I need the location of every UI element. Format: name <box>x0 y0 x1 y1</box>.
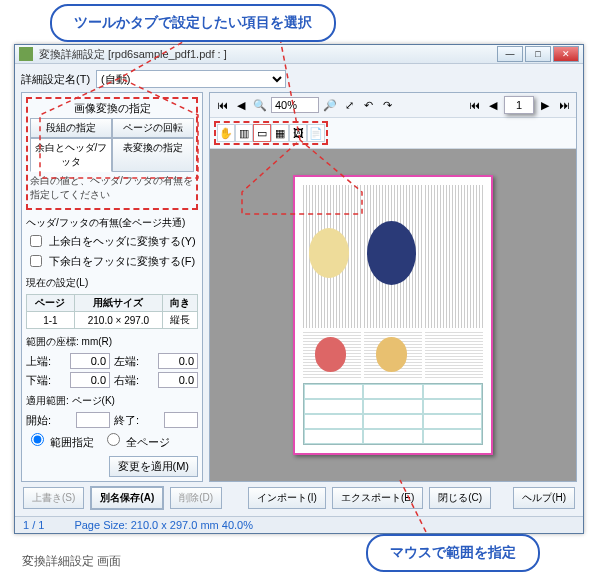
page-field[interactable] <box>504 96 534 114</box>
input-bottom[interactable] <box>70 372 110 388</box>
callout-bottom: マウスで範囲を指定 <box>366 534 540 572</box>
coord-label: 範囲の座標: mm(R) <box>26 335 198 349</box>
radio-all[interactable]: 全ページ <box>102 430 170 450</box>
hand-tool-icon[interactable]: ✋ <box>217 124 235 142</box>
lbl-top: 上端: <box>26 354 66 369</box>
lbl-bottom: 下端: <box>26 373 66 388</box>
preview-toolbar: ⏮ ◀ 🔍 🔎 ⤢ ↶ ↷ ⏮ ◀ ▶ ⏭ <box>210 93 576 118</box>
input-right[interactable] <box>158 372 198 388</box>
page-first-icon[interactable]: ⏮ <box>466 97 482 113</box>
page-prev-icon[interactable]: ◀ <box>485 97 501 113</box>
input-end[interactable] <box>164 412 198 428</box>
preview-table <box>303 383 483 445</box>
maximize-button[interactable]: □ <box>525 46 551 62</box>
select-tool-icon[interactable]: ▭ <box>253 124 271 142</box>
minimize-button[interactable]: — <box>497 46 523 62</box>
tab-rotation[interactable]: ページの回転 <box>112 118 194 138</box>
setting-name-select[interactable]: (自動) <box>96 70 286 88</box>
lbl-left: 左端: <box>114 354 154 369</box>
column-tool-icon[interactable]: ▥ <box>235 124 253 142</box>
input-left[interactable] <box>158 353 198 369</box>
app-icon <box>19 47 33 61</box>
radio-range[interactable]: 範囲指定 <box>26 430 94 450</box>
tab-margins[interactable]: 余白とヘッダ/フッタ <box>30 138 112 172</box>
nav-first-icon[interactable]: ⏮ <box>214 97 230 113</box>
tab-columns[interactable]: 段組の指定 <box>30 118 112 138</box>
hf-section-label: ヘッダ/フッタの有無(全ページ共通) <box>26 216 198 230</box>
page-next-icon[interactable]: ▶ <box>537 97 553 113</box>
status-pages: 1 / 1 <box>23 519 44 531</box>
tabs-group: 画像変換の指定 段組の指定 ページの回転 余白とヘッダ/フッタ 表変換の指定 余… <box>26 97 198 210</box>
close-dialog-button[interactable]: 閉じる(C) <box>429 487 491 509</box>
setting-name-label: 詳細設定名(T) <box>21 72 90 87</box>
input-start[interactable] <box>76 412 110 428</box>
zoom-in-icon[interactable]: 🔎 <box>322 97 338 113</box>
close-button[interactable]: ✕ <box>553 46 579 62</box>
lbl-end: 終了: <box>114 413 160 428</box>
titlebar: 変換詳細設定 [rpd6sample_pdf1.pdf : ] — □ ✕ <box>15 45 583 64</box>
saveas-button[interactable]: 別名保存(A) <box>90 486 164 510</box>
apply-changes-button[interactable]: 変更を適用(M) <box>109 456 199 477</box>
help-button[interactable]: ヘルプ(H) <box>513 487 575 509</box>
tab-note: 余白の値と、ヘッダ/フッタの有無を指定してください <box>30 174 194 202</box>
status-bar: 1 / 1 Page Size: 210.0 x 297.0 mm 40.0% <box>15 516 583 533</box>
delete-button[interactable]: 削除(D) <box>170 487 222 509</box>
preview-area[interactable] <box>210 149 576 481</box>
text-tool-icon[interactable]: 📄 <box>307 124 325 142</box>
table-row[interactable]: 1-1210.0 × 297.0縦長 <box>27 312 198 329</box>
export-button[interactable]: エクスポート(E) <box>332 487 423 509</box>
nav-prev-icon[interactable]: ◀ <box>233 97 249 113</box>
window-title: 変換詳細設定 [rpd6sample_pdf1.pdf : ] <box>39 47 497 62</box>
table-tool-icon[interactable]: ▦ <box>271 124 289 142</box>
preview-panel: ⏮ ◀ 🔍 🔎 ⤢ ↶ ↷ ⏮ ◀ ▶ ⏭ ✋ <box>209 92 577 482</box>
chk-footer[interactable]: 下余白をフッタに変換する(F) <box>26 252 198 270</box>
chk-header[interactable]: 上余白をヘッダに変換する(Y) <box>26 232 198 250</box>
status-size: Page Size: 210.0 x 297.0 mm 40.0% <box>74 519 253 531</box>
rotate-right-icon[interactable]: ↷ <box>379 97 395 113</box>
overwrite-button[interactable]: 上書き(S) <box>23 487 84 509</box>
app-window: 変換詳細設定 [rpd6sample_pdf1.pdf : ] — □ ✕ 詳細… <box>14 44 584 534</box>
lbl-start: 開始: <box>26 413 72 428</box>
zoom-out-icon[interactable]: 🔍 <box>252 97 268 113</box>
tool-heading: 画像変換の指定 <box>30 101 194 116</box>
lbl-right: 右端: <box>114 373 154 388</box>
image-tool-icon[interactable]: 🖼 <box>289 124 307 142</box>
bottom-buttons: 上書き(S) 別名保存(A) 削除(D) インポート(I) エクスポート(E) … <box>21 482 577 510</box>
figure-caption: 変換詳細設定 画面 <box>22 553 121 570</box>
current-settings-label: 現在の設定(L) <box>26 276 198 290</box>
apply-range-label: 適用範囲: ページ(K) <box>26 394 198 408</box>
current-settings-table: ページ用紙サイズ向き 1-1210.0 × 297.0縦長 <box>26 294 198 329</box>
page-preview[interactable] <box>293 175 493 455</box>
settings-panel: 画像変換の指定 段組の指定 ページの回転 余白とヘッダ/フッタ 表変換の指定 余… <box>21 92 203 482</box>
fit-icon[interactable]: ⤢ <box>341 97 357 113</box>
page-last-icon[interactable]: ⏭ <box>556 97 572 113</box>
tab-table[interactable]: 表変換の指定 <box>112 138 194 172</box>
import-button[interactable]: インポート(I) <box>248 487 325 509</box>
zoom-field[interactable] <box>271 97 319 113</box>
rotate-left-icon[interactable]: ↶ <box>360 97 376 113</box>
layout-tools-group: ✋ ▥ ▭ ▦ 🖼 📄 <box>214 121 328 145</box>
callout-top: ツールかタブで設定したい項目を選択 <box>50 4 336 42</box>
input-top[interactable] <box>70 353 110 369</box>
